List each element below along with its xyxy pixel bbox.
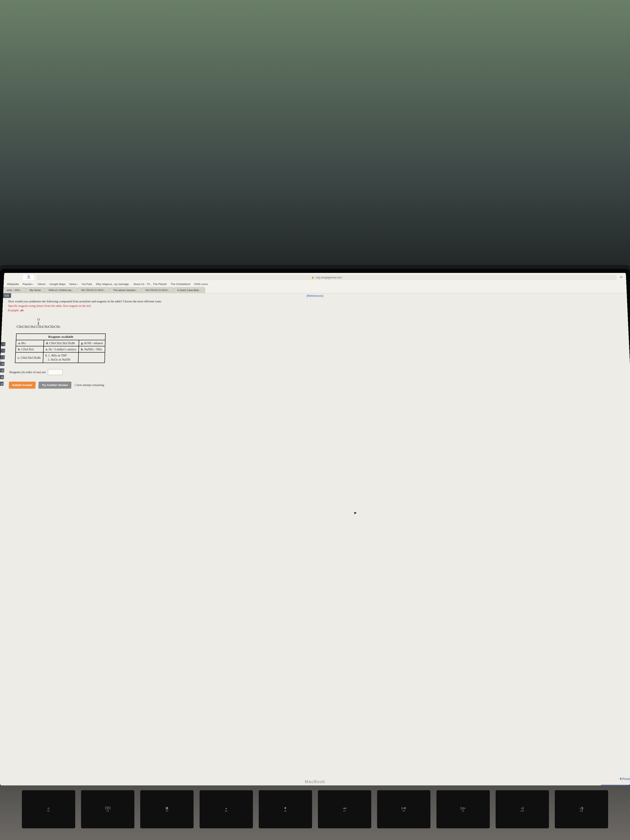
bookmark-wikipedia[interactable]: Wikipedia	[7, 283, 19, 286]
reagent-c: c. CH₃CH₂CH₂Br	[15, 352, 43, 363]
tab-owlv2[interactable]: OWLv2 | Online tea...	[44, 287, 77, 293]
reagent-f: f. 1. BH₃ in THF 2. H₂O₂ in NaOH	[43, 352, 79, 363]
reagent-g: g. KOH / ethanol	[79, 340, 106, 346]
fn-key-f7[interactable]: ◃◃F7	[318, 790, 371, 828]
bookmark-news[interactable]: News	[69, 283, 78, 286]
fn-key-f5[interactable]: ⁎F5	[200, 790, 253, 828]
left-tab[interactable]: pt	[0, 382, 4, 386]
tab-hcl-2[interactable]: HCl ÖCH3 Cl OCH...	[141, 287, 174, 293]
molecule-formula: CH₃CH₂CH₂CCH₂CH₂CH₂CH₃	[16, 325, 60, 328]
bookmarks-bar: Wikipedia Popular Yahoo! Google Maps New…	[3, 281, 627, 287]
tab-above-reaction[interactable]: The above reaction...	[109, 287, 142, 293]
reagent-a: a. Br₂	[16, 340, 44, 346]
question-line2: Specify reagents using letters from the …	[8, 304, 92, 308]
tab-strip: ents – AN1... My Home OWLv2 | Online tea…	[3, 287, 627, 293]
answer-label: Reagents (in order of use) are	[9, 370, 46, 374]
fn-key-f9[interactable]: ▷▷F9	[436, 790, 490, 828]
bookmark-cerebellum[interactable]: The Cerebellum!	[171, 283, 191, 286]
question-line1: How would you synthesize the following c…	[8, 300, 162, 303]
cursor-icon: ➤	[353, 510, 357, 515]
reagent-b: b. CH₃CH₂I	[16, 346, 44, 352]
references-row: [References]	[3, 293, 627, 298]
reagent-h: h. NaNH₂ / NH₃	[79, 346, 105, 352]
url-text: cvg.cengagenow.com	[316, 276, 342, 279]
tab-in-each-case[interactable]: In Each Case Belo...	[173, 287, 205, 293]
fn-key-f3[interactable]: ☐☐F3	[81, 790, 134, 828]
bookmark-why-religious[interactable]: Why religious...ay marriage.	[96, 283, 129, 286]
bookmark-popular[interactable]: Popular	[22, 283, 33, 286]
bookmark-youtube[interactable]: YouTube	[82, 283, 92, 286]
answer-input[interactable]	[48, 369, 63, 375]
left-tab[interactable]: ot	[0, 368, 5, 373]
keyboard-function-row: ☼F2 ☐☐F3 ⊞F4 ⁎F5 ✦F6 ◃◃F7 ▷IIF8 ▷▷F9 ◁F1…	[0, 785, 630, 840]
bookmark-google-maps[interactable]: Google Maps	[49, 283, 66, 286]
bookmark-about-us[interactable]: About Us - Th... The Planet!	[133, 283, 167, 286]
reagent-e: e. H₂ / Lindlar's catalyst	[43, 346, 79, 352]
reagents-header: Reagents available	[16, 334, 106, 340]
reload-icon[interactable]: ⟳	[619, 276, 624, 279]
fn-key-f10[interactable]: ◁F10	[496, 790, 549, 828]
reagent-d: d. CH₃CH₂CH₂CH₂Br	[44, 340, 79, 346]
submit-row: Submit Answer Try Another Version 1 item…	[0, 375, 630, 388]
left-tab[interactable]: t	[0, 355, 5, 359]
page-number-crumb: 020	[3, 293, 11, 298]
tab-ents-an1[interactable]: ents – AN1...	[3, 287, 26, 293]
left-tab[interactable]: pt	[0, 375, 4, 379]
fn-key-f11[interactable]: ◁)F11	[555, 790, 608, 828]
question-text: How would you synthesize the following c…	[2, 298, 206, 314]
macbook-label: MacBook	[0, 779, 630, 784]
reader-mode-icon[interactable]: ℛ	[22, 274, 35, 281]
reagent-blank	[78, 352, 105, 363]
tab-hcl-1[interactable]: HCl ÖCH3 Cl OCH...	[77, 287, 109, 293]
fn-key-f8[interactable]: ▷IIF8	[377, 790, 430, 828]
fn-key-f4[interactable]: ⊞F4	[140, 790, 194, 828]
browser-url-bar: ℛ 🔒 cvg.cengagenow.com ⟳	[4, 273, 626, 281]
url-field[interactable]: 🔒 cvg.cengagenow.com	[36, 275, 617, 280]
left-tab[interactable]: t	[1, 342, 5, 346]
lock-icon: 🔒	[311, 276, 314, 279]
references-link[interactable]: [References]	[307, 294, 323, 297]
bookmark-padi[interactable]: PADI cours	[194, 283, 208, 286]
answer-row: Reagents (in order of use) are	[0, 363, 630, 375]
bookmark-yahoo[interactable]: Yahoo!	[37, 283, 46, 286]
question-example: Example: ab	[8, 308, 24, 312]
tab-my-home[interactable]: My Home	[25, 287, 45, 293]
page-content: 020 [References] How would you synthesiz…	[0, 293, 630, 785]
attempts-remaining: 1 item attempt remaining	[74, 384, 104, 387]
submit-answer-button[interactable]: Submit Answer	[9, 382, 36, 388]
try-another-version-button[interactable]: Try Another Version	[38, 382, 71, 388]
reagents-table: Reagents available a. Br₂ d. CH₃CH₂CH₂CH…	[15, 333, 106, 363]
target-molecule: O ‖ CH₃CH₂CH₂CCH₂CH₂CH₂CH₃	[2, 314, 628, 331]
left-tab[interactable]: ot	[0, 362, 5, 366]
fn-key-f2[interactable]: ☼F2	[22, 790, 75, 828]
left-tab[interactable]: t	[1, 349, 5, 353]
fn-key-f6[interactable]: ✦F6	[259, 790, 312, 828]
